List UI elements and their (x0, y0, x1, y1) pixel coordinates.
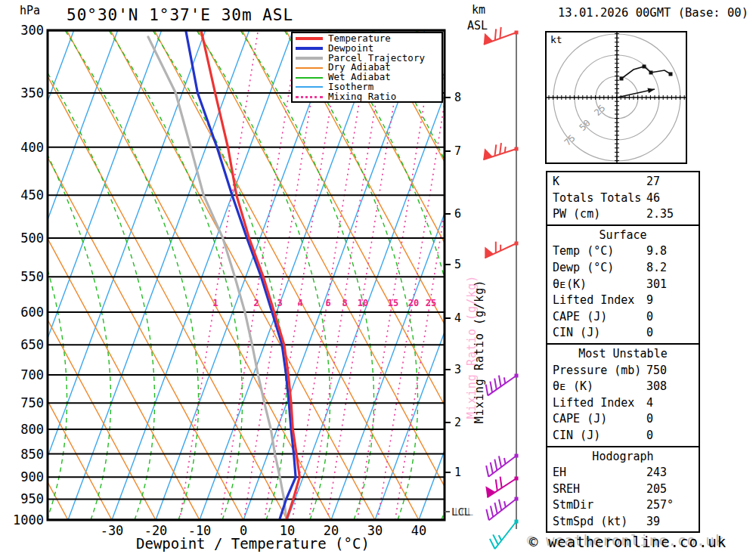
mixing-ratio-value-label: 2 (249, 298, 264, 308)
table-row-label: Totals Totals (553, 190, 646, 207)
isotherm-line (68, 30, 249, 520)
pressure-tick-label: 750 (11, 395, 44, 410)
table-row: SREH205 (547, 481, 699, 498)
table-row: CAPE (J)0 (547, 411, 699, 428)
wind-barb (485, 242, 518, 258)
km-unit-label: km (472, 3, 485, 17)
table-section: Most UnstablePressure (mb)750θᴇ (K)308Li… (546, 343, 700, 447)
barb-shaft (489, 499, 516, 520)
isotherm-line (331, 30, 513, 520)
table-row-label: CAPE (J) (553, 309, 646, 326)
barb-shaft (488, 376, 516, 395)
table-row-label: K (553, 174, 646, 190)
km-tick-label: 5 (454, 258, 461, 271)
barb-level-marker (515, 477, 519, 481)
barb-tick-full (496, 479, 497, 491)
legend-item: Mixing Ratio (293, 92, 442, 102)
table-row-value: 46 (646, 190, 693, 207)
table-row-value: 4 (646, 395, 693, 412)
dry-adiabat-line (23, 30, 287, 520)
km-tick-label: 2 (454, 416, 461, 429)
barb-shaft (495, 522, 516, 549)
barb-level-marker (515, 454, 519, 458)
table-row-label: CAPE (J) (553, 411, 646, 428)
km-tick-label: 7 (454, 144, 461, 158)
pressure-tick-label: 500 (11, 231, 44, 246)
table-row-label: PW (cm) (553, 206, 646, 223)
barb-level-marker (515, 242, 519, 246)
mixing-ratio-value-label: 10 (355, 298, 370, 308)
barb-shaft (488, 456, 516, 477)
legend-label: Mixing Ratio (328, 92, 396, 102)
hodograph-trace-marker (620, 77, 624, 81)
wet-adiabat-line (372, 30, 506, 520)
legend-swatch-temperature (296, 37, 323, 40)
table-row-value: 0 (646, 325, 693, 342)
barb-tick-full (499, 500, 501, 511)
barb-tick-half (499, 535, 502, 540)
table-row: Lifted Index4 (547, 395, 699, 412)
datetime-title: 13.01.2026 00GMT (Base: 00) (558, 6, 748, 20)
table-row-value: 243 (646, 465, 693, 481)
pressure-tick-label: 600 (11, 305, 44, 320)
table-row: Pressure (mb)750 (547, 363, 699, 379)
mixing-ratio-value-label: 4 (293, 298, 308, 308)
table-row-label: StmSpd (kt) (553, 514, 646, 531)
table-row-value: 257° (646, 497, 693, 514)
mixing-ratio-value-label: 15 (386, 298, 401, 308)
mixing-ratio-line (309, 30, 388, 520)
table-row-value: 301 (646, 277, 693, 293)
pressure-tick-label: 950 (11, 491, 44, 506)
barb-tick-full (490, 539, 495, 549)
table-row: CIN (J)0 (547, 428, 699, 444)
table-row-label: StmDir (553, 497, 646, 514)
table-row-label: Lifted Index (553, 292, 646, 309)
station-title: 50°30'N 1°37'E 30m ASL (67, 6, 293, 24)
dry-adiabat-line (154, 30, 419, 520)
table-row-label: Dewp (°C) (553, 260, 646, 277)
temp-tick-label: -10 (177, 523, 222, 538)
barb-level-marker (515, 374, 519, 378)
table-row-label: Pressure (mb) (553, 363, 646, 379)
barb-tick-half (505, 147, 506, 153)
mixing-ratio-value-label: 6 (321, 298, 336, 308)
sounding-curves (148, 30, 299, 520)
barb-level-marker (515, 520, 519, 524)
wet-adiabat-line (416, 30, 550, 520)
barb-tick-full (494, 503, 497, 514)
barb-level-marker (515, 147, 519, 151)
legend-swatch-wet-adiabat (296, 77, 323, 79)
dry-adiabat-line (286, 30, 550, 520)
barb-tick-full (500, 477, 502, 488)
mixing-ratio-value-label: 25 (423, 298, 438, 308)
mixing-ratio-line (293, 30, 371, 520)
mixing-ratio-line (395, 30, 474, 520)
barb-tick-full (486, 466, 488, 477)
pressure-tick-label: 650 (11, 337, 44, 352)
barb-tick-half (504, 377, 505, 383)
table-section-header: Surface (547, 227, 699, 244)
table-row-label: CIN (J) (553, 428, 646, 444)
barb-flag (484, 33, 493, 45)
barb-flag (483, 148, 492, 159)
table-row-label: CIN (J) (553, 325, 646, 342)
km-tick-label: 6 (454, 207, 461, 221)
table-row-value: 8.2 (646, 260, 693, 277)
table-row-value: 308 (646, 379, 693, 395)
temp-tick-label: 0 (221, 523, 266, 538)
km-tick-label: 3 (454, 363, 461, 376)
legend-swatch-parcel-trajectory (296, 57, 323, 60)
barb-tick-full (486, 509, 488, 521)
table-row: Lifted Index9 (547, 292, 699, 309)
barb-tick-full (500, 143, 501, 154)
pressure-tick-label: 700 (11, 367, 44, 382)
pressure-tick-label: 350 (11, 85, 44, 101)
wind-barb (486, 454, 518, 477)
barb-tick-full (490, 382, 492, 393)
temp-tick-label: 40 (396, 523, 442, 538)
table-row-label: θᴇ (K) (553, 379, 646, 395)
table-row-value: 0 (646, 428, 693, 444)
table-row: EH243 (547, 465, 699, 481)
table-row: StmDir257° (547, 497, 699, 514)
dry-adiabat-line (110, 30, 375, 520)
